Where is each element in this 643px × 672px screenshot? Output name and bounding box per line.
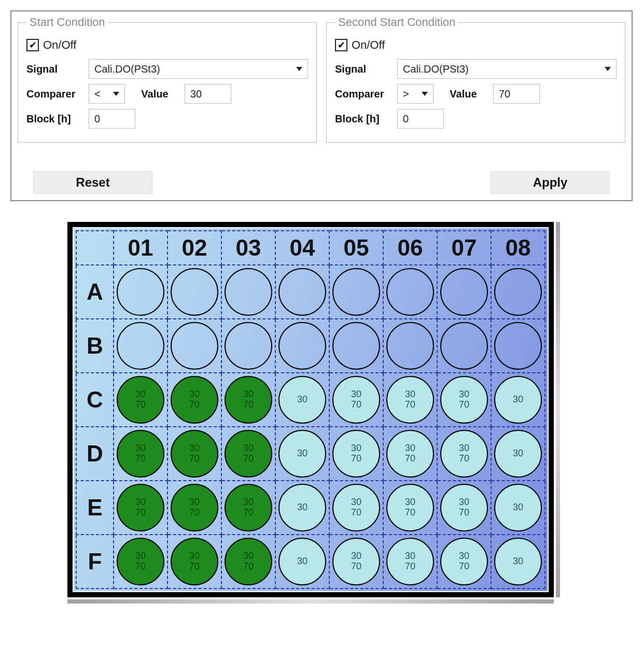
well[interactable]: 3070 — [332, 376, 380, 424]
well[interactable] — [278, 268, 326, 316]
well-value: 70 — [459, 400, 469, 410]
well[interactable] — [386, 322, 434, 370]
plate-row-header: C — [76, 373, 114, 427]
well[interactable]: 3070 — [440, 538, 488, 585]
well-value: 70 — [405, 400, 415, 410]
well[interactable]: 3070 — [440, 430, 488, 478]
well[interactable]: 30 — [278, 430, 326, 478]
block-input[interactable]: 0 — [397, 109, 444, 129]
well[interactable] — [440, 268, 488, 316]
second-start-condition-legend: Second Start Condition — [335, 16, 458, 29]
well[interactable]: 3070 — [117, 538, 164, 585]
well[interactable] — [117, 268, 164, 316]
well[interactable]: 3070 — [332, 484, 380, 531]
well[interactable]: 3070 — [386, 484, 434, 531]
well-value: 30 — [189, 443, 200, 454]
well-value: 70 — [189, 562, 200, 572]
apply-button[interactable]: Apply — [491, 171, 610, 194]
plate-row-header: B — [76, 319, 114, 373]
well[interactable] — [278, 322, 326, 370]
button-row: Reset Apply — [18, 171, 625, 194]
plate-row-header: D — [76, 427, 114, 481]
well[interactable]: 3070 — [171, 538, 218, 585]
start-condition-onoff-checkbox[interactable]: ✔ — [26, 39, 39, 51]
well[interactable] — [386, 268, 434, 316]
block-label: Block [h] — [26, 113, 83, 125]
well[interactable]: 3070 — [225, 484, 272, 531]
well[interactable]: 3070 — [225, 430, 272, 478]
well[interactable]: 3070 — [171, 430, 218, 478]
well-value: 30 — [513, 502, 523, 513]
well[interactable] — [171, 322, 218, 370]
second-start-condition-onoff-checkbox[interactable]: ✔ — [335, 39, 347, 51]
well-plate-panel: 0102030405060708 ABC30703070307030307030… — [67, 222, 576, 599]
comparer-select[interactable]: > — [397, 84, 434, 104]
well[interactable]: 30 — [494, 430, 542, 478]
plate-corner — [76, 231, 114, 265]
well-value: 30 — [243, 443, 254, 454]
well[interactable]: 30 — [494, 538, 542, 585]
chevron-down-icon — [422, 92, 428, 96]
well[interactable]: 3070 — [386, 430, 434, 478]
well[interactable]: 3070 — [171, 484, 218, 531]
well-value: 30 — [297, 395, 307, 405]
well[interactable]: 3070 — [117, 484, 164, 531]
well[interactable] — [494, 322, 542, 370]
conditions-row: Start Condition ✔ On/Off Signal Cali.DO(… — [18, 16, 625, 143]
well-value: 30 — [135, 497, 146, 508]
well-value: 30 — [135, 389, 146, 400]
signal-select[interactable]: Cali.DO(PSt3) — [397, 59, 617, 79]
comparer-select-value: > — [403, 88, 409, 100]
well[interactable]: 3070 — [332, 430, 380, 478]
well[interactable]: 30 — [278, 376, 326, 424]
well[interactable]: 3070 — [386, 538, 434, 585]
well-value: 30 — [459, 497, 469, 508]
well[interactable]: 30 — [278, 538, 326, 585]
plate-col-header: 01 — [114, 231, 167, 265]
plate-row-header: A — [76, 265, 114, 319]
well[interactable]: 3070 — [117, 430, 164, 478]
well[interactable] — [332, 268, 380, 316]
well[interactable] — [332, 322, 380, 370]
well[interactable]: 30 — [494, 376, 542, 424]
signal-select-value: Cali.DO(PSt3) — [403, 63, 469, 75]
reset-button[interactable]: Reset — [33, 171, 152, 194]
well-value: 70 — [405, 562, 415, 572]
well[interactable]: 3070 — [440, 484, 488, 531]
well-value: 70 — [243, 508, 254, 518]
well[interactable]: 30 — [278, 484, 326, 531]
value-input[interactable]: 30 — [185, 84, 231, 104]
well[interactable]: 3070 — [171, 376, 218, 424]
well-value: 70 — [135, 454, 146, 464]
well[interactable] — [440, 322, 488, 370]
well[interactable] — [225, 322, 272, 370]
well[interactable]: 3070 — [117, 376, 164, 424]
well-value: 30 — [459, 443, 469, 454]
well[interactable]: 3070 — [440, 376, 488, 424]
value-input[interactable]: 70 — [493, 84, 540, 104]
well-value: 30 — [513, 556, 523, 567]
well-value: 30 — [297, 449, 307, 459]
well[interactable]: 3070 — [225, 376, 272, 424]
well-value: 30 — [135, 443, 146, 454]
well[interactable]: 3070 — [332, 538, 380, 585]
well[interactable] — [225, 268, 272, 316]
chevron-down-icon — [113, 92, 119, 96]
signal-label: Signal — [26, 63, 83, 75]
signal-select[interactable]: Cali.DO(PSt3) — [89, 59, 308, 79]
well-value: 30 — [513, 449, 523, 459]
block-input[interactable]: 0 — [89, 109, 135, 129]
well-value: 30 — [459, 551, 469, 562]
well[interactable] — [171, 268, 218, 316]
well[interactable]: 3070 — [386, 376, 434, 424]
well[interactable]: 30 — [494, 484, 542, 531]
well[interactable]: 3070 — [225, 538, 272, 585]
comparer-label: Comparer — [26, 88, 83, 100]
comparer-select[interactable]: < — [89, 84, 125, 104]
well[interactable] — [117, 322, 164, 370]
block-label: Block [h] — [335, 113, 392, 125]
well-value: 30 — [351, 497, 361, 508]
well-value: 70 — [405, 454, 415, 464]
well-value: 70 — [243, 454, 254, 464]
well[interactable] — [494, 268, 542, 316]
